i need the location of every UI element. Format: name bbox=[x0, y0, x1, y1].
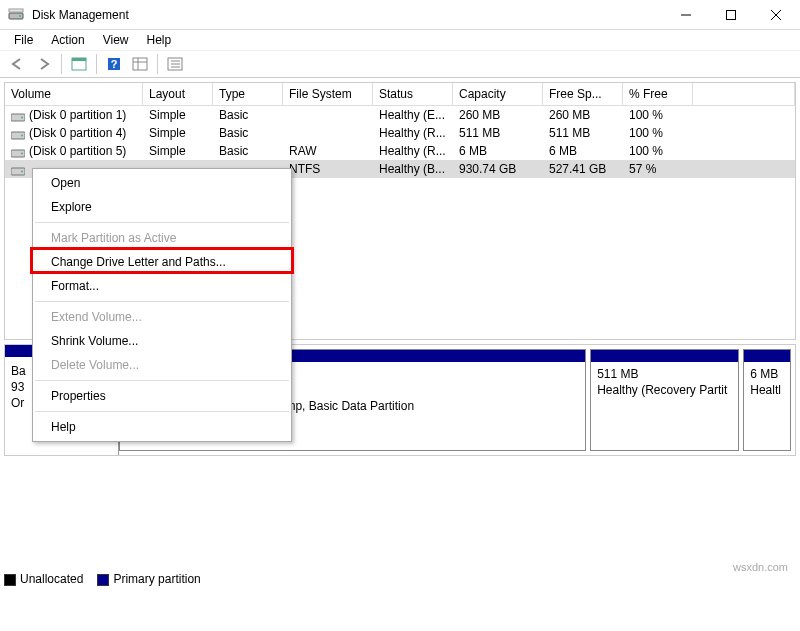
svg-point-19 bbox=[21, 116, 23, 118]
cell-layout: Simple bbox=[143, 125, 213, 141]
context-menu-separator bbox=[35, 301, 289, 302]
svg-point-25 bbox=[21, 170, 23, 172]
cell-fs bbox=[283, 114, 373, 116]
cell-type: Basic bbox=[213, 143, 283, 159]
context-menu-separator bbox=[35, 222, 289, 223]
context-menu-item-explore[interactable]: Explore bbox=[33, 195, 291, 219]
close-button[interactable] bbox=[753, 0, 798, 29]
col-layout[interactable]: Layout bbox=[143, 83, 213, 105]
context-menu: OpenExploreMark Partition as ActiveChang… bbox=[32, 168, 292, 442]
disk-management-icon bbox=[8, 7, 24, 23]
drive-icon bbox=[11, 111, 25, 121]
context-menu-item-properties[interactable]: Properties bbox=[33, 384, 291, 408]
cell-free: 6 MB bbox=[543, 143, 623, 159]
svg-text:?: ? bbox=[111, 58, 118, 70]
context-menu-separator bbox=[35, 380, 289, 381]
col-capacity[interactable]: Capacity bbox=[453, 83, 543, 105]
context-menu-item-change-drive-letter-and-paths[interactable]: Change Drive Letter and Paths... bbox=[33, 250, 291, 274]
list-toolbar-button[interactable] bbox=[163, 53, 187, 75]
cell-free: 511 MB bbox=[543, 125, 623, 141]
cell-layout: Simple bbox=[143, 143, 213, 159]
cell-pct: 100 % bbox=[623, 107, 693, 123]
col-fs[interactable]: File System bbox=[283, 83, 373, 105]
titlebar: Disk Management bbox=[0, 0, 800, 30]
cell-pct: 100 % bbox=[623, 143, 693, 159]
partition[interactable]: 6 MBHealtl bbox=[743, 349, 791, 451]
context-menu-item-open[interactable]: Open bbox=[33, 171, 291, 195]
cell-vol: (Disk 0 partition 5) bbox=[5, 143, 143, 159]
cell-fs bbox=[283, 132, 373, 134]
drive-icon bbox=[11, 147, 25, 157]
menubar: File Action View Help bbox=[0, 30, 800, 50]
svg-point-23 bbox=[21, 152, 23, 154]
list-header: Volume Layout Type File System Status Ca… bbox=[5, 83, 795, 106]
volume-row[interactable]: (Disk 0 partition 1)SimpleBasicHealthy (… bbox=[5, 106, 795, 124]
volume-row[interactable]: (Disk 0 partition 4)SimpleBasicHealthy (… bbox=[5, 124, 795, 142]
cell-type: Basic bbox=[213, 107, 283, 123]
legend-primary: Primary partition bbox=[97, 572, 200, 586]
minimize-button[interactable] bbox=[663, 0, 708, 29]
menu-file[interactable]: File bbox=[6, 31, 41, 49]
menu-help[interactable]: Help bbox=[139, 31, 180, 49]
forward-button[interactable] bbox=[32, 53, 56, 75]
cell-type: Basic bbox=[213, 125, 283, 141]
cell-vol: (Disk 0 partition 1) bbox=[5, 107, 143, 123]
cell-cap: 6 MB bbox=[453, 143, 543, 159]
toolbar: ? bbox=[0, 50, 800, 78]
volume-row[interactable]: (Disk 0 partition 5)SimpleBasicRAWHealth… bbox=[5, 142, 795, 160]
context-menu-item-extend-volume: Extend Volume... bbox=[33, 305, 291, 329]
drive-icon bbox=[11, 165, 25, 175]
cell-fs: RAW bbox=[283, 143, 373, 159]
cell-status: Healthy (E... bbox=[373, 107, 453, 123]
col-volume[interactable]: Volume bbox=[5, 83, 143, 105]
svg-point-1 bbox=[19, 15, 21, 17]
cell-cap: 260 MB bbox=[453, 107, 543, 123]
cell-status: Healthy (B... bbox=[373, 161, 453, 177]
cell-cap: 511 MB bbox=[453, 125, 543, 141]
cell-pct: 100 % bbox=[623, 125, 693, 141]
col-type[interactable]: Type bbox=[213, 83, 283, 105]
legend-unallocated: Unallocated bbox=[4, 572, 83, 586]
drive-icon bbox=[11, 129, 25, 139]
cell-free: 260 MB bbox=[543, 107, 623, 123]
svg-rect-8 bbox=[72, 58, 86, 61]
window-title: Disk Management bbox=[30, 8, 663, 22]
help-toolbar-button[interactable]: ? bbox=[102, 53, 126, 75]
col-free[interactable]: Free Sp... bbox=[543, 83, 623, 105]
col-pct[interactable]: % Free bbox=[623, 83, 693, 105]
svg-rect-4 bbox=[726, 10, 735, 19]
context-menu-item-shrink-volume[interactable]: Shrink Volume... bbox=[33, 329, 291, 353]
cell-layout: Simple bbox=[143, 107, 213, 123]
legend: Unallocated Primary partition bbox=[4, 572, 201, 586]
context-menu-item-format[interactable]: Format... bbox=[33, 274, 291, 298]
watermark: wsxdn.com bbox=[733, 561, 788, 573]
menu-action[interactable]: Action bbox=[43, 31, 92, 49]
svg-rect-11 bbox=[133, 58, 147, 70]
context-menu-item-mark-partition-as-active: Mark Partition as Active bbox=[33, 226, 291, 250]
back-button[interactable] bbox=[6, 53, 30, 75]
partition[interactable]: 511 MBHealthy (Recovery Partit bbox=[590, 349, 739, 451]
window-buttons bbox=[663, 0, 798, 29]
svg-rect-2 bbox=[9, 9, 23, 12]
col-status[interactable]: Status bbox=[373, 83, 453, 105]
cell-vol: (Disk 0 partition 4) bbox=[5, 125, 143, 141]
cell-free: 527.41 GB bbox=[543, 161, 623, 177]
context-menu-item-help[interactable]: Help bbox=[33, 415, 291, 439]
context-menu-item-delete-volume: Delete Volume... bbox=[33, 353, 291, 377]
svg-point-21 bbox=[21, 134, 23, 136]
cell-status: Healthy (R... bbox=[373, 125, 453, 141]
maximize-button[interactable] bbox=[708, 0, 753, 29]
cell-pct: 57 % bbox=[623, 161, 693, 177]
cell-fs: NTFS bbox=[283, 161, 373, 177]
menu-view[interactable]: View bbox=[95, 31, 137, 49]
cell-status: Healthy (R... bbox=[373, 143, 453, 159]
view-toolbar-button[interactable] bbox=[128, 53, 152, 75]
cell-cap: 930.74 GB bbox=[453, 161, 543, 177]
settings-view-button[interactable] bbox=[67, 53, 91, 75]
context-menu-separator bbox=[35, 411, 289, 412]
